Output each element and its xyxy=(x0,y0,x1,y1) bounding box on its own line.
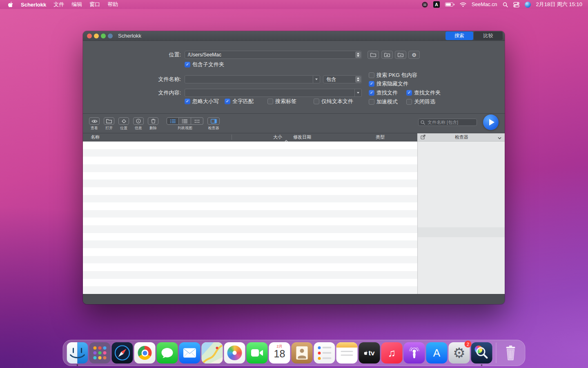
menu-help[interactable]: 帮助 xyxy=(104,1,122,8)
zoom-button[interactable] xyxy=(101,34,106,38)
menu-bar-left: Scherlokk 文件 编辑 窗口 帮助 xyxy=(0,1,122,8)
results-filter-field[interactable] xyxy=(418,119,477,126)
add-location-button[interactable] xyxy=(381,51,393,59)
view-mode-grid[interactable] xyxy=(191,117,203,125)
input-method-indicator[interactable]: A xyxy=(433,1,440,8)
battery-icon[interactable] xyxy=(445,2,454,7)
control-center-icon[interactable] xyxy=(513,2,519,7)
tab-compare[interactable]: 比较 xyxy=(474,31,503,40)
user-app-icon[interactable] xyxy=(525,2,531,8)
menu-bar-clock[interactable]: 2月18日 周六 15:10 xyxy=(536,1,582,8)
dock-mail[interactable] xyxy=(179,342,200,364)
dock-messages[interactable] xyxy=(157,342,178,364)
dock-notes[interactable] xyxy=(336,342,358,364)
checkbox-box: ✓ xyxy=(369,99,374,105)
start-search-button[interactable] xyxy=(483,114,499,130)
checkbox-ignore-case[interactable]: ✓ 忽略大小写 xyxy=(185,98,219,104)
filename-input[interactable] xyxy=(185,76,313,83)
combo-dropdown-button[interactable] xyxy=(354,89,361,96)
dock-trash[interactable] xyxy=(500,342,521,364)
open-folder-icon xyxy=(106,119,112,123)
combo-dropdown-button[interactable] xyxy=(313,76,320,83)
check-icon: ✓ xyxy=(226,99,229,103)
dock-calendar[interactable]: 2月 18 xyxy=(269,342,290,364)
dock-podcasts[interactable] xyxy=(404,342,425,364)
dock-finder[interactable] xyxy=(67,342,88,364)
dock-chrome[interactable] xyxy=(134,342,156,364)
checkbox-search-pkg[interactable]: ✓ 搜索 PKG 包内容 xyxy=(369,72,417,78)
column-header-name[interactable]: 名称 xyxy=(91,133,100,141)
close-button[interactable] xyxy=(87,34,92,38)
menu-edit[interactable]: 编辑 xyxy=(68,1,86,8)
column-header-size[interactable]: 大小 xyxy=(258,133,282,141)
inspector-export-icon[interactable] xyxy=(421,134,425,141)
view-button[interactable]: 查看 xyxy=(87,117,101,131)
dock-facetime[interactable] xyxy=(247,342,268,364)
results-list[interactable] xyxy=(83,141,417,294)
inspector-header[interactable]: 检查器 xyxy=(417,133,505,141)
checkbox-accelerated-mode[interactable]: ✓ 加速模式 xyxy=(369,99,398,105)
results-table-header: 名称 大小 修改日期 类型 检查器 xyxy=(83,133,505,141)
content-combo[interactable] xyxy=(185,89,362,97)
spotlight-icon[interactable] xyxy=(503,2,508,7)
column-header-type[interactable]: 类型 xyxy=(376,133,385,141)
dock-app-store[interactable]: A xyxy=(426,342,448,364)
location-select[interactable]: /Users/SeeMac xyxy=(185,51,362,59)
checkbox-find-folders[interactable]: ✓ 查找文件夹 xyxy=(406,90,441,96)
dock-safari[interactable] xyxy=(112,342,133,364)
inspector-toggle-button[interactable] xyxy=(207,117,220,125)
view-mode-list-compact[interactable] xyxy=(179,117,191,125)
checkbox-include-subfolders[interactable]: ✓ 包含子文件夹 xyxy=(185,61,224,67)
chevron-down-icon xyxy=(357,92,359,94)
network-name[interactable]: SeeMac.cn xyxy=(472,2,497,7)
view-mode-list-detail[interactable] xyxy=(167,117,179,125)
chevron-down-icon[interactable] xyxy=(498,134,501,141)
remove-location-button[interactable] xyxy=(395,51,406,59)
tv-label: tv xyxy=(368,350,374,357)
checkbox-disable-filter[interactable]: ✓ 关闭筛选 xyxy=(406,99,435,105)
choose-folder-button[interactable] xyxy=(368,51,379,59)
dock-music[interactable]: ♫ xyxy=(381,342,403,364)
dock-contacts[interactable] xyxy=(292,342,313,364)
dock-scherlokk[interactable] xyxy=(471,342,492,364)
results-filter-input[interactable] xyxy=(427,119,474,125)
checkbox-plain-text-only[interactable]: ✓ 仅纯文本文件 xyxy=(314,98,353,104)
menu-window[interactable]: 窗口 xyxy=(86,1,104,8)
checkbox-find-files[interactable]: ✓ 查找文件 xyxy=(369,90,398,96)
delete-button[interactable]: 删除 xyxy=(146,117,160,131)
locate-button[interactable]: 位置 xyxy=(117,117,131,131)
match-mode-select[interactable]: 包含 xyxy=(323,75,362,83)
grid-icon xyxy=(194,119,200,123)
menu-file[interactable]: 文件 xyxy=(50,1,68,8)
tab-search[interactable]: 搜索 xyxy=(445,31,473,40)
status-circle-icon[interactable] xyxy=(422,2,428,8)
info-button[interactable]: 信息 xyxy=(131,117,145,131)
menu-app-name[interactable]: Scherlokk xyxy=(17,2,50,8)
dock-apple-tv[interactable]: tv xyxy=(359,342,380,364)
checkbox-search-hidden[interactable]: ✓ 搜索隐藏文件 xyxy=(369,81,408,87)
column-header-date[interactable]: 修改日期 xyxy=(293,133,311,141)
dock-reminders[interactable] xyxy=(314,342,335,364)
stepper-up-icon xyxy=(357,53,359,54)
window-titlebar[interactable]: Scherlokk 搜索 比较 xyxy=(83,31,505,41)
check-icon: ✓ xyxy=(186,99,189,103)
check-icon: ✓ xyxy=(370,82,373,86)
column-divider[interactable] xyxy=(232,135,232,140)
checkbox-whole-word[interactable]: ✓ 全字匹配 xyxy=(225,98,254,104)
stepper-icon xyxy=(355,52,361,58)
minimize-button[interactable] xyxy=(94,34,99,38)
dock-system-settings[interactable]: ⚙ 2 xyxy=(449,342,470,364)
extra-titlebar-dot[interactable] xyxy=(108,34,113,38)
content-input[interactable] xyxy=(185,89,354,96)
filename-combo[interactable] xyxy=(185,75,320,83)
dock-launchpad[interactable] xyxy=(89,342,111,364)
wifi-icon[interactable] xyxy=(460,2,466,7)
checkbox-search-tags[interactable]: ✓ 搜索标签 xyxy=(267,98,296,104)
folder-icon xyxy=(370,53,376,57)
apple-menu-icon[interactable] xyxy=(6,2,16,8)
dock-maps[interactable] xyxy=(202,342,223,364)
stepper-down-icon xyxy=(357,55,359,57)
dock-photos[interactable] xyxy=(224,342,245,364)
open-button[interactable]: 打开 xyxy=(102,117,116,131)
location-settings-button[interactable]: ⚙ xyxy=(408,51,420,59)
